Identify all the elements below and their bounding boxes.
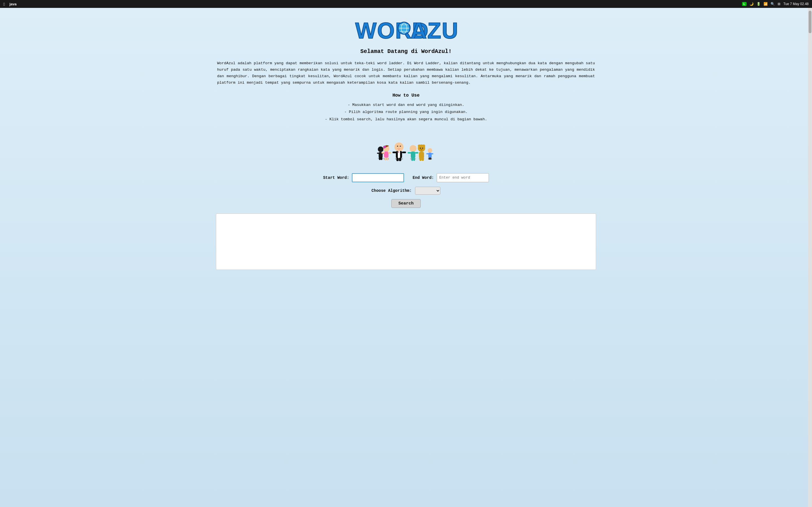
menubar-right: L 🌙 🔋 📶 🔍 ⊞ Tue 7 May 02.48 xyxy=(742,2,809,6)
svg-rect-41 xyxy=(413,158,415,161)
start-word-group: Start Word: xyxy=(323,173,404,182)
end-word-group: End Word: xyxy=(412,173,489,182)
svg-point-19 xyxy=(400,146,401,147)
search-icon[interactable]: 🔍 xyxy=(770,2,775,6)
algorithm-label: Choose Algorithm: xyxy=(371,188,412,193)
apple-icon[interactable]:  xyxy=(3,2,5,6)
step-1: - Masukkan start word dan end word yang … xyxy=(214,101,598,109)
svg-point-48 xyxy=(420,149,423,151)
step-2: - Pilih algoritma route planning yang in… xyxy=(214,108,598,116)
svg-point-46 xyxy=(420,148,421,149)
characters-container xyxy=(214,129,598,165)
svg-rect-57 xyxy=(428,158,430,160)
input-row: Start Word: End Word: xyxy=(323,173,489,182)
end-word-label: End Word: xyxy=(412,175,434,180)
svg-rect-56 xyxy=(431,153,434,154)
svg-text:AZUL: AZUL xyxy=(410,18,460,42)
svg-rect-13 xyxy=(379,157,380,160)
svg-rect-38 xyxy=(408,152,411,154)
svg-rect-11 xyxy=(377,153,379,154)
search-button[interactable]: Search xyxy=(391,199,421,208)
menubar-time: Tue 7 May 02.48 xyxy=(783,2,809,6)
svg-point-29 xyxy=(383,146,386,149)
svg-rect-33 xyxy=(385,158,386,160)
svg-rect-25 xyxy=(396,158,399,161)
svg-point-45 xyxy=(422,145,425,147)
scrollbar-thumb[interactable] xyxy=(809,11,811,33)
welcome-heading: Selamat Datang di WordAzul! xyxy=(214,48,598,55)
algorithm-select[interactable]: UCS Greedy A* xyxy=(415,187,441,194)
menubar-left:  java xyxy=(3,2,17,6)
description-text: WordAzul adalah platform yang dapat memb… xyxy=(217,60,595,86)
svg-rect-55 xyxy=(426,153,429,154)
result-area xyxy=(216,214,596,270)
controlcenter-icon[interactable]: ⊞ xyxy=(777,2,780,6)
menubar:  java L 🌙 🔋 📶 🔍 ⊞ Tue 7 May 02.48 xyxy=(0,0,812,8)
line-icon[interactable]: L xyxy=(742,2,747,6)
how-to-use-list: - Masukkan start word dan end word yang … xyxy=(214,101,598,123)
end-word-input[interactable] xyxy=(437,173,489,182)
characters-svg xyxy=(369,130,443,164)
svg-rect-22 xyxy=(398,152,399,152)
svg-rect-50 xyxy=(419,158,421,161)
svg-point-18 xyxy=(397,146,398,147)
svg-rect-14 xyxy=(380,157,382,160)
svg-rect-31 xyxy=(382,152,385,154)
svg-point-9 xyxy=(378,147,384,152)
menubar-app[interactable]: java xyxy=(9,2,16,6)
svg-point-36 xyxy=(410,145,416,152)
logo-container: WORD AZUL xyxy=(214,16,598,43)
svg-rect-32 xyxy=(388,152,391,154)
svg-point-47 xyxy=(422,148,423,149)
svg-rect-34 xyxy=(387,158,388,160)
svg-point-53 xyxy=(428,148,432,153)
form-area: Start Word: End Word: Choose Algorithm: … xyxy=(214,173,598,208)
svg-rect-51 xyxy=(422,158,424,161)
moon-icon[interactable]: 🌙 xyxy=(749,2,754,6)
svg-rect-26 xyxy=(399,158,401,161)
start-word-input[interactable] xyxy=(352,173,404,182)
svg-rect-40 xyxy=(411,158,413,161)
svg-rect-39 xyxy=(415,152,418,154)
svg-rect-37 xyxy=(411,152,415,158)
logo-svg: WORD AZUL xyxy=(352,16,460,42)
svg-rect-58 xyxy=(430,158,432,160)
svg-rect-49 xyxy=(419,152,424,159)
svg-rect-23 xyxy=(393,152,396,153)
algorithm-row: Choose Algorithm: UCS Greedy A* xyxy=(371,187,441,194)
page-container: WORD AZUL Selamat Datang di WordAzul! Wo… xyxy=(209,8,603,281)
svg-rect-30 xyxy=(384,152,389,158)
step-3: - Klik tombol search, lalu hasilnya akan… xyxy=(214,116,598,123)
wifi-icon[interactable]: 📶 xyxy=(763,2,768,6)
svg-rect-24 xyxy=(402,152,406,153)
how-to-use-heading: How to Use xyxy=(214,93,598,98)
svg-point-44 xyxy=(418,145,421,147)
start-word-label: Start Word: xyxy=(323,175,349,180)
battery-icon[interactable]: 🔋 xyxy=(756,2,761,6)
scrollbar[interactable] xyxy=(808,8,812,507)
